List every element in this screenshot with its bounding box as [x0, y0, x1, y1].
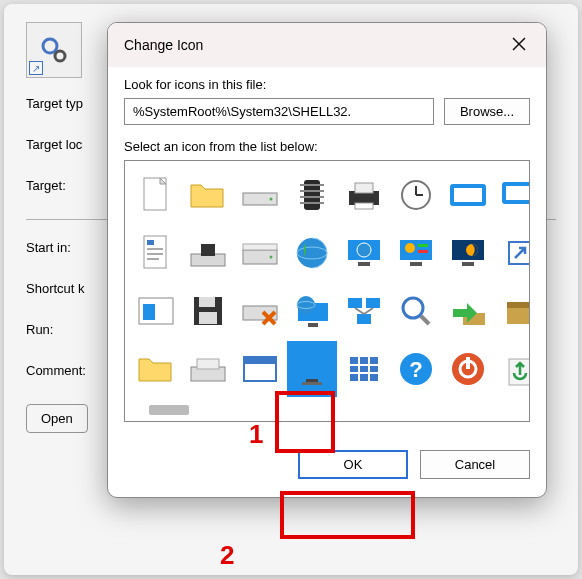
svg-rect-54	[357, 314, 371, 324]
svg-rect-27	[243, 244, 277, 250]
svg-rect-24	[201, 244, 215, 256]
svg-rect-17	[506, 186, 530, 200]
icon-path-input[interactable]	[124, 98, 434, 125]
floppy-drive-icon[interactable]	[183, 225, 233, 281]
svg-rect-52	[348, 298, 362, 308]
svg-rect-7	[300, 190, 324, 192]
svg-rect-15	[454, 188, 482, 202]
package-icon[interactable]	[495, 283, 530, 339]
svg-point-31	[357, 243, 371, 257]
svg-rect-65	[302, 382, 322, 385]
change-icon-dialog: Change Icon Look for icons in this file:…	[107, 22, 547, 498]
svg-rect-60	[197, 359, 219, 369]
network-monitor-icon[interactable]	[339, 225, 389, 281]
svg-rect-40	[462, 262, 474, 266]
svg-rect-6	[300, 184, 324, 186]
select-icon-label: Select an icon from the list below:	[124, 139, 530, 154]
svg-rect-19	[147, 240, 154, 245]
annotation-label-1: 1	[249, 419, 263, 450]
svg-rect-46	[199, 312, 217, 324]
dialog-titlebar: Change Icon	[108, 23, 546, 67]
svg-rect-53	[366, 298, 380, 308]
look-for-label: Look for icons in this file:	[124, 77, 530, 92]
svg-point-49	[297, 296, 315, 314]
svg-point-4	[270, 198, 273, 201]
scroll-thumb[interactable]	[149, 405, 189, 415]
window-shortcut-icon[interactable]: ↗	[495, 167, 530, 223]
import-icon[interactable]	[443, 283, 493, 339]
globe-monitor-icon[interactable]	[287, 283, 337, 339]
program-window-icon[interactable]	[235, 341, 285, 397]
svg-rect-58	[507, 302, 530, 308]
svg-rect-36	[418, 250, 428, 253]
dialog-title: Change Icon	[124, 37, 504, 53]
cancel-button[interactable]: Cancel	[420, 450, 530, 479]
window-icon[interactable]	[443, 167, 493, 223]
svg-point-26	[270, 256, 273, 259]
folder-alt-icon[interactable]	[131, 341, 181, 397]
search-icon[interactable]	[391, 283, 441, 339]
clock-icon[interactable]	[391, 167, 441, 223]
svg-rect-51	[308, 323, 318, 327]
svg-rect-32	[358, 262, 370, 266]
svg-rect-66	[350, 357, 378, 381]
shortcut-overlay-icon[interactable]	[495, 225, 530, 281]
svg-rect-37	[410, 262, 422, 266]
svg-rect-64	[306, 379, 318, 382]
printer-icon[interactable]	[339, 167, 389, 223]
blank-file-icon[interactable]	[131, 167, 181, 223]
svg-rect-45	[199, 297, 215, 307]
svg-rect-21	[147, 253, 163, 255]
svg-text:?: ?	[409, 357, 422, 382]
icon-list[interactable]: ↗?	[124, 160, 530, 422]
svg-rect-12	[355, 203, 373, 209]
close-icon	[512, 37, 526, 51]
folder-icon[interactable]	[183, 167, 233, 223]
save-icon[interactable]	[183, 283, 233, 339]
svg-rect-9	[300, 202, 324, 204]
svg-rect-62	[244, 357, 276, 364]
svg-rect-71	[466, 357, 470, 369]
svg-rect-63	[294, 353, 330, 377]
recycle-icon[interactable]	[495, 341, 530, 397]
svg-rect-35	[418, 244, 428, 247]
external-drive-icon[interactable]	[183, 341, 233, 397]
window-layout-icon[interactable]	[131, 283, 181, 339]
browse-button[interactable]: Browse...	[444, 98, 530, 125]
drive-icon[interactable]	[235, 167, 285, 223]
svg-rect-20	[147, 248, 163, 250]
close-button[interactable]	[504, 31, 534, 60]
document-icon[interactable]	[131, 225, 181, 281]
annotation-label-2: 2	[220, 540, 234, 571]
svg-rect-22	[147, 258, 159, 260]
power-icon[interactable]	[443, 341, 493, 397]
svg-rect-8	[300, 196, 324, 198]
svg-rect-57	[507, 306, 530, 324]
network-icon[interactable]	[339, 283, 389, 339]
horizontal-scrollbar[interactable]	[131, 403, 529, 417]
hard-drive-icon[interactable]	[235, 225, 285, 281]
svg-rect-11	[355, 183, 373, 193]
help-icon[interactable]: ?	[391, 341, 441, 397]
ok-button[interactable]: OK	[298, 450, 408, 479]
grid-icon[interactable]	[339, 341, 389, 397]
chip-icon[interactable]	[287, 167, 337, 223]
night-mode-icon[interactable]	[443, 225, 493, 281]
svg-point-34	[405, 243, 415, 253]
svg-point-55	[403, 298, 423, 318]
svg-rect-43	[143, 304, 155, 320]
drive-error-icon[interactable]	[235, 283, 285, 339]
control-panel-icon[interactable]	[391, 225, 441, 281]
globe-icon[interactable]	[287, 225, 337, 281]
monitor-icon[interactable]	[287, 341, 337, 397]
